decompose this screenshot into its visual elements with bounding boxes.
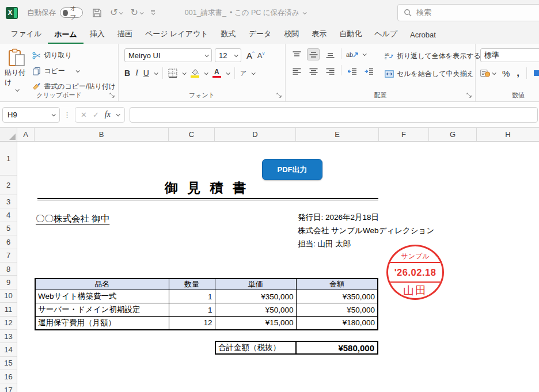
cell-unit-price[interactable]: ¥350,000: [215, 290, 296, 303]
tab-insert[interactable]: 挿入: [83, 25, 111, 44]
row-header-2[interactable]: 2: [0, 176, 17, 195]
cell-quantity[interactable]: 1: [169, 290, 215, 303]
column-header-h[interactable]: H: [477, 128, 539, 141]
column-header-d[interactable]: D: [215, 128, 296, 141]
autosave-toggle[interactable]: オフ: [60, 7, 83, 18]
cut-button[interactable]: 切り取り: [32, 48, 116, 62]
underline-button[interactable]: U: [143, 68, 149, 78]
align-top-button[interactable]: [290, 48, 303, 60]
pdf-export-button[interactable]: PDF出力: [262, 159, 322, 180]
tab-data[interactable]: データ: [242, 25, 278, 44]
undo-button[interactable]: ↺: [110, 8, 122, 17]
row-header-13[interactable]: 13: [0, 330, 17, 343]
column-header-c[interactable]: C: [169, 128, 215, 141]
column-header-f[interactable]: F: [379, 128, 429, 141]
row-header-7[interactable]: 7: [0, 249, 17, 262]
row-header-4[interactable]: 4: [0, 208, 17, 222]
align-left-button[interactable]: [290, 65, 303, 77]
align-middle-button[interactable]: [307, 48, 320, 60]
cell-unit-price[interactable]: ¥15,000: [215, 317, 296, 330]
insert-function-button[interactable]: fx: [105, 110, 111, 119]
align-right-button[interactable]: [324, 65, 336, 77]
formula-input[interactable]: [130, 107, 538, 123]
shrink-font-button[interactable]: Av: [257, 51, 265, 60]
wrap-text-button[interactable]: abc 折り返して全体を表示する: [385, 49, 484, 63]
cell-amount[interactable]: ¥50,000: [296, 303, 378, 317]
cell-quantity[interactable]: 1: [169, 303, 215, 317]
tab-acrobat[interactable]: Acrobat: [404, 27, 442, 44]
orientation-button[interactable]: ab: [346, 48, 359, 60]
column-header-b[interactable]: B: [35, 128, 169, 141]
font-color-button[interactable]: A: [212, 68, 221, 78]
font-size-select[interactable]: 12: [215, 48, 241, 62]
copy-button[interactable]: コピー: [32, 64, 116, 78]
formula-bar-splitter[interactable]: ⋮: [63, 111, 71, 119]
tab-file[interactable]: ファイル: [5, 25, 48, 44]
sheet-canvas[interactable]: PDF出力 御 見 積 書 〇〇株式会社 御中 発行日: 2026年2月18日 …: [17, 142, 539, 392]
column-header-e[interactable]: E: [296, 128, 379, 141]
accounting-format-button[interactable]: [480, 69, 495, 77]
document-title[interactable]: 001_請求書_ • この PC に保存済み: [185, 8, 306, 18]
percent-style-button[interactable]: %: [502, 68, 510, 78]
qat-customize-button[interactable]: [151, 10, 155, 15]
row-header-9[interactable]: 9: [0, 276, 17, 289]
align-bottom-button[interactable]: [324, 48, 336, 60]
save-icon[interactable]: [92, 8, 102, 18]
bold-button[interactable]: B: [124, 68, 130, 78]
tab-automate[interactable]: 自動化: [333, 25, 368, 44]
merge-center-button[interactable]: セルを結合して中央揃え: [385, 67, 484, 81]
cell-item-name[interactable]: 運用保守費用（月額）: [35, 317, 169, 330]
row-header-15[interactable]: 15: [0, 357, 17, 370]
tab-page-layout[interactable]: ページ レイアウト: [139, 25, 215, 44]
row-header-11[interactable]: 11: [0, 303, 17, 316]
phonetic-button[interactable]: ア: [240, 69, 246, 78]
alignment-dialog-launcher[interactable]: [466, 93, 472, 98]
tab-draw[interactable]: 描画: [111, 25, 139, 44]
decrease-indent-button[interactable]: [346, 65, 359, 77]
row-header-17[interactable]: 17: [0, 383, 17, 392]
ribbon-tab-bar: ファイル ホーム 挿入 描画 ページ レイアウト 数式 データ 校閲 表示 自動…: [0, 25, 539, 44]
row-header-14[interactable]: 14: [0, 343, 17, 356]
increase-decimal-button[interactable]: [534, 69, 539, 77]
row-header-16[interactable]: 16: [0, 370, 17, 383]
cell-amount[interactable]: ¥180,000: [296, 317, 378, 330]
font-group-label: フォント: [119, 91, 285, 100]
column-header-g[interactable]: G: [429, 128, 477, 141]
row-header-3[interactable]: 3: [0, 195, 17, 208]
cell-quantity[interactable]: 12: [169, 317, 215, 330]
borders-button[interactable]: [168, 68, 177, 78]
number-format-select[interactable]: 標準: [480, 48, 539, 62]
select-all-corner[interactable]: [0, 128, 17, 141]
cell-amount[interactable]: ¥350,000: [296, 290, 378, 303]
column-header-a[interactable]: A: [17, 128, 35, 141]
row-header-8[interactable]: 8: [0, 262, 17, 276]
search-input[interactable]: 検索: [397, 4, 539, 21]
row-header-5[interactable]: 5: [0, 222, 17, 235]
grow-font-button[interactable]: A^: [246, 51, 255, 60]
cell-item-name[interactable]: Webサイト構築費一式: [35, 290, 169, 303]
tab-help[interactable]: ヘルプ: [368, 25, 404, 44]
cell-item-name[interactable]: サーバー・ドメイン初期設定: [35, 303, 169, 317]
redo-button[interactable]: ↻: [130, 8, 142, 17]
clipboard-dialog-launcher[interactable]: [109, 93, 115, 98]
cancel-button[interactable]: ✕: [81, 111, 87, 119]
name-box[interactable]: H9: [2, 107, 60, 123]
enter-button[interactable]: ✓: [93, 111, 99, 119]
tab-formulas[interactable]: 数式: [215, 25, 242, 44]
font-name-select[interactable]: Meiryo UI: [124, 48, 212, 62]
row-header-6[interactable]: 6: [0, 235, 17, 249]
font-dialog-launcher[interactable]: [276, 93, 282, 98]
tab-review[interactable]: 校閲: [278, 25, 305, 44]
comma-style-button[interactable]: ,: [517, 71, 519, 75]
fill-color-button[interactable]: [191, 68, 199, 78]
spreadsheet-grid: A B C D E F G H 1 2 3 4 5 6 7 8 9 10 11 …: [0, 128, 539, 392]
row-header-12[interactable]: 12: [0, 317, 17, 330]
row-header-10[interactable]: 10: [0, 290, 17, 303]
italic-button[interactable]: I: [135, 68, 138, 78]
align-center-button[interactable]: [307, 65, 320, 77]
row-header-1[interactable]: 1: [0, 142, 17, 176]
tab-view[interactable]: 表示: [305, 25, 333, 44]
tab-home[interactable]: ホーム: [48, 26, 83, 44]
cell-unit-price[interactable]: ¥50,000: [215, 303, 296, 317]
increase-indent-button[interactable]: [363, 65, 375, 77]
